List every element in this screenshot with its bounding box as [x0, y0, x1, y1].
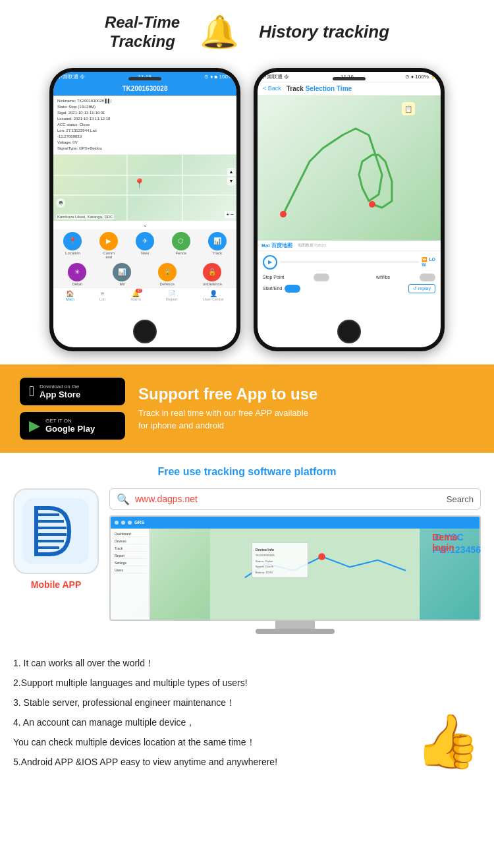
monitor-sidebar-item-1: Dashboard [113, 531, 147, 537]
support-text: Support free App to use Track in real ti… [138, 385, 317, 431]
phone1-bottom-tabs: 🏠 Main ≡ List 🔔 47 Alarm [53, 287, 236, 303]
monitor-dot-1 [115, 521, 119, 525]
svg-text:Battery: 100%: Battery: 100% [256, 571, 273, 574]
bell-icon: 🔔 [200, 14, 239, 51]
phone1-detail-label: Detail [72, 282, 82, 286]
phone2-wifi-lbs-toggle[interactable] [420, 274, 435, 281]
phone2-track-svg: 📋 [258, 96, 441, 241]
apple-icon:  [29, 383, 34, 400]
phone2-title-selection: Selection Time [306, 85, 352, 92]
phone1-screen: 中国联通 令 11:16 ⊙ ♦ ■ 100% TK2001630028 Nic… [53, 72, 236, 347]
svg-text:📋: 📋 [404, 105, 413, 113]
phone1-btn-location[interactable]: 📍 Location [63, 232, 82, 259]
phone1-info-panel: Nickname: TK2001630028 ▌▌| State: Stop (… [53, 96, 236, 155]
search-button[interactable]: Search [447, 494, 474, 504]
monitor-dot-3 [128, 521, 132, 525]
phone2-mockup: 中国联通 令 11:16 ⊙ ♦ 100% ⚡ < Back Track Sel… [254, 68, 445, 351]
phone1-signal-type: SignalType: GPS+Beidou [57, 146, 233, 152]
monitor-body: Dashboard Devices Track Report Settings … [111, 529, 480, 620]
phone1-undefence-label: unDefence [203, 282, 222, 286]
phone1-location-icon: 📍 [63, 232, 82, 250]
phone1-action-buttons-row1: 📍 Location ▶ Command ✈ Navi ⬡ Fence [53, 229, 236, 262]
monitor-sidebar-item-3: Track [113, 546, 147, 552]
phone1-btn-fence[interactable]: ⬡ Fence [172, 232, 190, 259]
phone2-back-button[interactable]: < Back [263, 85, 281, 92]
phone1-carrier: 中国联通 令 [57, 73, 85, 80]
google-play-name-label: Google Play [45, 424, 95, 434]
phone1-zoom-control: + − [225, 211, 235, 218]
history-tracking-label: History tracking [259, 22, 389, 42]
app-store-button[interactable]:  Download on the App Store [20, 378, 125, 405]
phone1-acc: ACC status: Close [57, 122, 233, 128]
phones-row: 中国联通 令 11:16 ⊙ ♦ ■ 100% TK2001630028 Nic… [13, 61, 481, 358]
phone2-nav-header: < Back Track Selection Time [258, 82, 441, 96]
phone2-home-button[interactable] [337, 320, 361, 343]
phone1-map-pin: 📍 [134, 178, 145, 188]
phone2-start-end-toggle[interactable] [285, 285, 300, 293]
feature-item-5: You can check multiple devices location … [13, 733, 481, 751]
phone1-btn-navi[interactable]: ✈ Navi [136, 232, 154, 259]
monitor-title-text: GRS [134, 520, 144, 525]
phone2-map-attribution: Bai 百度地图 地图数据 ©2021 [258, 241, 441, 251]
phone1-btn-undefence[interactable]: 🔓 unDefence [203, 263, 222, 286]
phone2-track-map: 📋 [258, 96, 441, 241]
phone2-play-button[interactable]: ▶ [263, 255, 277, 270]
phone1-tab-user[interactable]: 👤 User Center [203, 290, 224, 301]
phone1-expand: ⌄ [53, 221, 236, 229]
phone1-list-label: List [99, 297, 105, 301]
phone2-battery: ⊙ ♦ 100% ⚡ [405, 74, 437, 80]
phone2-playback-controls: ▶ ⏩ LOW Stop Point wifi/lbs Start/End [258, 251, 441, 300]
phone1-location-label: Location [65, 251, 80, 255]
phone2-screen-title: Track Selection Time [287, 85, 352, 92]
phone1-report-label: Report [166, 297, 178, 301]
phone1-alarm-icon-wrap: 🔔 47 [132, 290, 140, 297]
phone1-tab-alarm[interactable]: 🔔 47 Alarm [130, 290, 141, 301]
phone1-alarm-label: Alarm [130, 297, 141, 301]
phone1-btn-track[interactable]: 📊 Track [208, 232, 227, 259]
phone1-fence-icon: ⬡ [172, 232, 190, 250]
features-section: 1. It can works all over the world！ 2.Su… [0, 647, 494, 786]
phone1-report-icon: 📄 [168, 290, 176, 297]
phone1-compass: ⊕ [56, 198, 65, 208]
phone1-btn-command[interactable]: ▶ Command [99, 232, 118, 259]
phone2-baidu-logo: Bai 百度地图 [261, 242, 292, 249]
phone1-state: State: Stop (16H28M) [57, 104, 233, 110]
svg-rect-0 [263, 96, 435, 241]
phone1-lat: -11.27069833 [57, 134, 233, 140]
monitor-main: Device Info TK2001630028 Status: Online … [150, 529, 480, 620]
phone1-map: 📍 ▲ ▼ Kambove Likasi, Katanga, DRC ⊕ + − [53, 155, 236, 221]
monitor-wrap: GRS Dashboard Devices Track Report Setti… [109, 515, 481, 634]
search-icon: 🔍 [117, 493, 130, 506]
store-buttons:  Download on the App Store ▶ GET IT ON … [20, 378, 125, 440]
phone2-carrier: 中国联通 令 [261, 73, 289, 80]
yellow-section:  Download on the App Store ▶ GET IT ON … [0, 364, 494, 453]
phone2-speaker [333, 77, 366, 80]
phone1-device-header: TK2001630028 [53, 82, 236, 96]
phone1-map-scroll: ▲ ▼ [227, 168, 235, 185]
google-play-button[interactable]: ▶ GET IT ON Google Play [20, 412, 125, 440]
phone1-track-icon: 📊 [208, 232, 227, 250]
phone2-wifi-lbs-label: wifi/lbs [376, 275, 390, 279]
monitor-sidebar-item-5: Settings [113, 560, 147, 566]
phone1-btn-defence[interactable]: 🔒 Defence [158, 263, 177, 286]
phone1-home-button[interactable] [133, 320, 157, 343]
phone1-tab-list[interactable]: ≡ List [99, 290, 105, 301]
monitor-ui-bar: GRS [111, 517, 480, 529]
monitor-base [256, 629, 335, 634]
svg-text:Device Info: Device Info [256, 548, 275, 552]
search-bar[interactable]: 🔍 www.dagps.net Search [109, 488, 481, 510]
phone1-main-icon: 🏠 [66, 290, 74, 297]
feature-item-6: 5.Android APP &IOS APP easy to view anyt… [13, 753, 481, 771]
phone2-stop-point-toggle[interactable] [314, 274, 329, 281]
phone1-btn-detail[interactable]: ✳ Detail [68, 263, 86, 286]
phone1-command-icon: ▶ [99, 232, 118, 250]
phone1-tab-report[interactable]: 📄 Report [166, 290, 178, 301]
phone1-user-label: User Center [203, 297, 224, 301]
app-store-text: Download on the App Store [40, 384, 80, 399]
phone1-btn-mil[interactable]: 📊 Mil [113, 263, 131, 286]
phone1-tab-main[interactable]: 🏠 Main [66, 290, 74, 301]
phone2-replay-button[interactable]: ↺ replay [408, 284, 435, 293]
app-icon-block: Mobile APP [13, 488, 99, 590]
feature-item-4: 4. An account can manage multiple device… [13, 713, 481, 732]
phone1-mil-label: Mil [120, 282, 125, 286]
